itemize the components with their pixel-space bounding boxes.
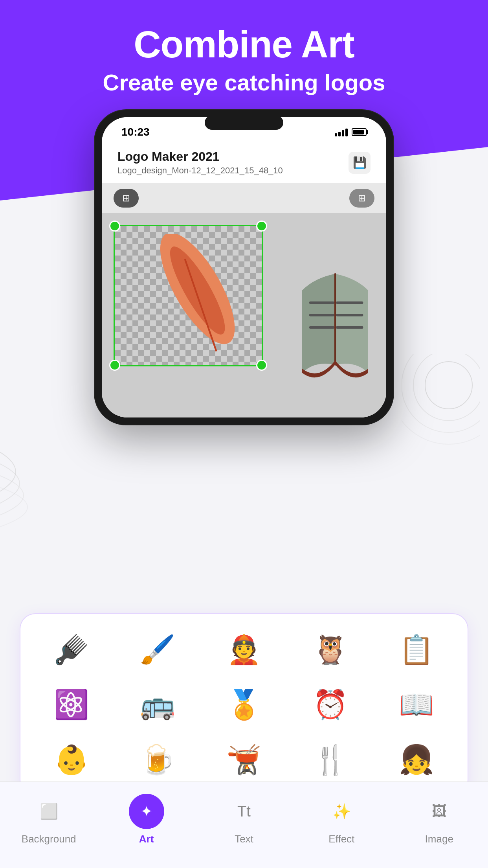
icon-owl[interactable]: 🦉	[291, 626, 370, 673]
svg-point-1	[413, 354, 480, 421]
bottom-navigation: ⬜Background✦ArtTtText✨Effect🖼Image	[0, 782, 488, 868]
nav-icon-background: ⬜	[31, 794, 66, 829]
icon-bus[interactable]: 🚌	[119, 681, 197, 728]
book-background-icon	[292, 237, 378, 402]
nav-item-text[interactable]: TtText	[209, 794, 279, 845]
corner-handle-tl[interactable]	[109, 221, 120, 232]
decorative-lines	[0, 432, 63, 550]
icon-grid-container: 🪮🖌️👲🦉📋⚛️🚌🏅⏰📖👶🍺🫕🍴👧	[20, 613, 468, 796]
icon-brush[interactable]: 🖌️	[119, 626, 197, 673]
app-header: Logo Maker 2021 Logo_design_Mon-12_12_20…	[102, 142, 386, 183]
battery-fill	[353, 130, 364, 134]
icon-beer[interactable]: 🍺	[119, 736, 197, 783]
feather-icon	[138, 234, 248, 360]
layers-icon: ⊞	[122, 193, 130, 204]
svg-point-2	[402, 354, 480, 432]
svg-point-3	[402, 354, 480, 444]
app-title-section: Logo Maker 2021 Logo_design_Mon-12_12_20…	[117, 149, 349, 176]
nav-item-image[interactable]: 🖼Image	[404, 794, 475, 845]
grid-icon: ⊞	[358, 193, 366, 203]
icon-girl[interactable]: 👧	[377, 736, 456, 783]
save-button[interactable]: 💾	[349, 152, 371, 174]
icon-atom[interactable]: ⚛️	[32, 681, 111, 728]
nav-label-image: Image	[425, 833, 453, 845]
icon-baby[interactable]: 👶	[32, 736, 111, 783]
status-time: 10:23	[121, 126, 150, 138]
nav-label-background: Background	[22, 833, 76, 845]
phone-mockup: 10:23 Logo Maker 2021	[95, 110, 393, 425]
sub-title: Create eye catching logos	[0, 69, 488, 96]
corner-handle-tr[interactable]	[256, 221, 267, 232]
app-title: Logo Maker 2021	[117, 149, 349, 164]
app-filename: Logo_design_Mon-12_12_2021_15_48_10	[117, 166, 349, 176]
signal-bar-2	[338, 132, 341, 136]
effect-icon: ✨	[332, 803, 351, 820]
grid-button[interactable]: ⊞	[349, 189, 374, 208]
text-icon: Tt	[237, 803, 251, 820]
nav-label-text: Text	[235, 833, 253, 845]
nav-icon-image: 🖼	[422, 794, 457, 829]
signal-bar-4	[345, 129, 348, 136]
svg-point-0	[425, 362, 472, 409]
icon-fork-knife[interactable]: 🍴	[291, 736, 370, 783]
nav-icon-effect: ✨	[324, 794, 359, 829]
nav-label-effect: Effect	[328, 833, 354, 845]
main-title: Combine Art	[0, 24, 488, 65]
signal-bar-3	[342, 130, 344, 136]
icon-medal[interactable]: 🏅	[205, 681, 283, 728]
icon-grid: 🪮🖌️👲🦉📋⚛️🚌🏅⏰📖👶🍺🫕🍴👧	[32, 626, 456, 783]
nav-item-background[interactable]: ⬜Background	[13, 794, 84, 845]
phone-frame: 10:23 Logo Maker 2021	[95, 110, 393, 425]
signal-bar-1	[335, 133, 337, 136]
icon-book[interactable]: 📖	[377, 681, 456, 728]
layers-button[interactable]: ⊞	[114, 189, 139, 208]
background-icon: ⬜	[40, 803, 58, 820]
signal-bars	[335, 128, 348, 136]
nav-icon-text: Tt	[226, 794, 262, 829]
toolbar: ⊞ ⊞	[102, 183, 386, 213]
icon-alarm[interactable]: ⏰	[291, 681, 370, 728]
icon-person-turban[interactable]: 👲	[205, 626, 283, 673]
icon-comb[interactable]: 🪮	[32, 626, 111, 673]
nav-item-art[interactable]: ✦Art	[111, 794, 182, 845]
nav-icon-art: ✦	[129, 794, 164, 829]
decorative-circles	[402, 354, 480, 472]
dynamic-island	[205, 116, 283, 130]
corner-handle-br[interactable]	[256, 360, 267, 371]
header-section: Combine Art Create eye catching logos	[0, 24, 488, 96]
icon-clipboard[interactable]: 📋	[377, 626, 456, 673]
corner-handle-bl[interactable]	[109, 360, 120, 371]
phone-screen: 10:23 Logo Maker 2021	[102, 117, 386, 417]
art-icon: ✦	[140, 803, 153, 820]
battery-icon	[352, 128, 367, 136]
canvas-selection	[114, 225, 263, 366]
save-icon: 💾	[353, 156, 367, 169]
nav-label-art: Art	[139, 833, 154, 845]
icon-pot[interactable]: 🫕	[205, 736, 283, 783]
image-icon: 🖼	[432, 803, 447, 820]
status-icons	[335, 128, 367, 136]
nav-item-effect[interactable]: ✨Effect	[306, 794, 377, 845]
canvas-area[interactable]	[102, 213, 386, 417]
